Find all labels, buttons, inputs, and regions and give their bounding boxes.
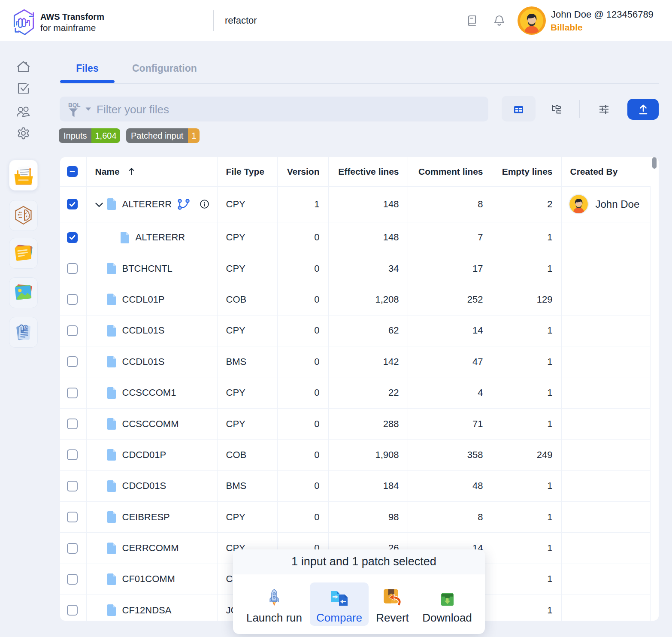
svg-text:BQL: BQL (68, 102, 81, 108)
